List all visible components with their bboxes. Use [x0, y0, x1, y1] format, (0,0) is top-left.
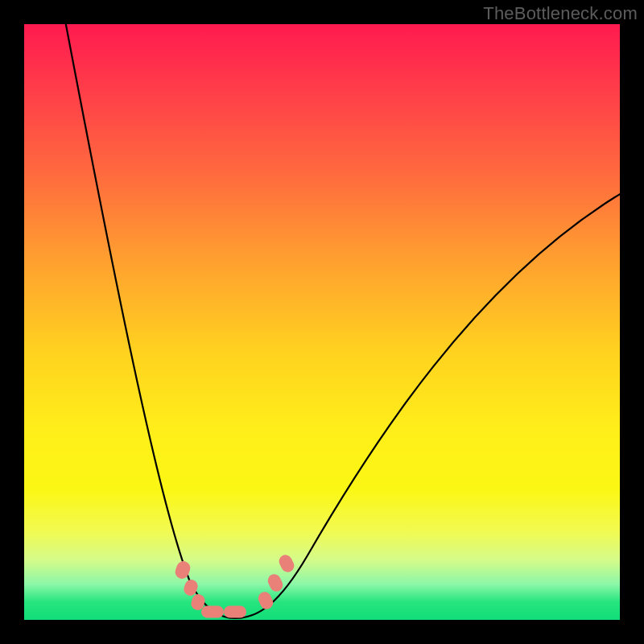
- data-marker: [277, 553, 296, 575]
- data-marker: [224, 606, 246, 618]
- data-marker: [266, 572, 285, 594]
- chart-svg: [24, 24, 620, 620]
- data-marker: [256, 590, 275, 612]
- watermark-text: TheBottleneck.com: [483, 3, 638, 24]
- data-marker: [173, 559, 192, 580]
- bottleneck-curve: [63, 24, 620, 618]
- data-marker: [201, 606, 224, 618]
- data-markers: [173, 553, 296, 618]
- chart-frame: [24, 24, 620, 620]
